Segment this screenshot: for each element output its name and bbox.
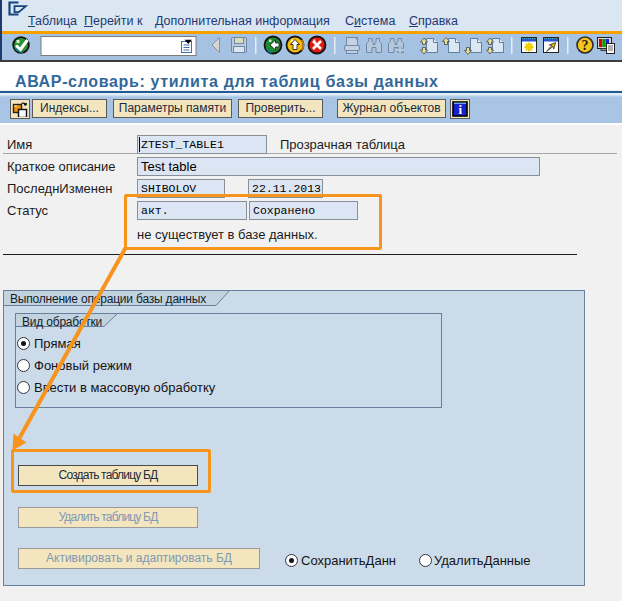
svg-text:?: ?	[582, 38, 589, 53]
svg-text:i: i	[458, 102, 462, 117]
